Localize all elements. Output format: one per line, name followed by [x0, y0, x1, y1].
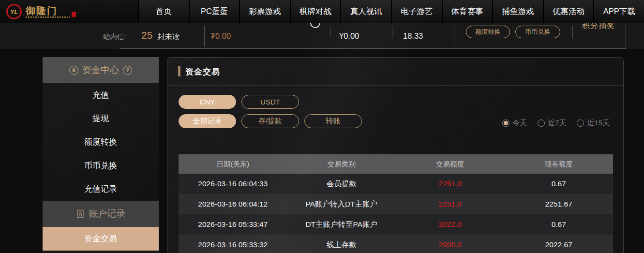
row-1-cell-4: 0.67: [505, 174, 614, 194]
nav-menu: 首页PC蛋蛋彩票游戏棋牌对战真人视讯电子游艺体育赛事捕鱼游戏优惠活动APP下载: [138, 0, 644, 23]
nav-item-1[interactable]: 首页: [138, 0, 189, 23]
title-accent-bar: [178, 66, 180, 76]
radio-dot: [504, 121, 508, 125]
brand-emblem-icon: YL: [6, 4, 22, 19]
divider: [454, 26, 454, 45]
row-1-cell-2: 会员提款: [287, 174, 396, 194]
radio-label: 近7天: [548, 119, 566, 128]
radio-circle-icon: [577, 119, 584, 127]
nav-item-10[interactable]: APP下载: [593, 0, 644, 23]
table-header-row: 日期(美东)交易类别交易额度现有额度: [179, 154, 613, 174]
table-row[interactable]: 2026-03-16 05:33:47DT主账户转至PA账户2022.00.67: [179, 214, 613, 235]
radio-label: 今天: [512, 119, 527, 128]
divider: [330, 26, 330, 38]
sidebar-item-funds-5[interactable]: 充值记录: [43, 177, 159, 201]
sidebar-item-funds-1[interactable]: 充值: [43, 83, 159, 107]
nav-item-2[interactable]: PC蛋蛋: [189, 0, 240, 23]
currency-tab-usdt[interactable]: USDT: [241, 95, 299, 109]
table-row[interactable]: 2026-03-16 06:04:33会员提款2251.00.67: [179, 174, 613, 194]
brand-seal-icon: [72, 12, 76, 17]
quota-transfer-button[interactable]: 额度转换: [466, 26, 510, 38]
funds-menu: 充值提现额度转换币币兑换充值记录: [43, 83, 159, 201]
row-2-cell-2: PA账户转入DT主账户: [287, 194, 396, 214]
header-cell-1: 日期(美东): [179, 154, 287, 174]
currency-tab-cny[interactable]: CNY: [179, 95, 236, 109]
sidebar-item-account-1[interactable]: 资金交易: [43, 227, 159, 251]
usdt-balance: ₮0.00: [210, 31, 231, 41]
row-2-cell-3: 2251.0: [396, 194, 505, 214]
row-3-cell-4: 0.67: [505, 214, 614, 235]
funds-transactions-panel: 资金交易 CNYUSDT 全部记录存/提款转账 今天近7天近15天 日期(美东)…: [167, 57, 624, 253]
header-cell-2: 交易类别: [287, 154, 396, 174]
page-title: 资金交易: [185, 66, 220, 77]
sidebar-header-account-records[interactable]: 账户记录: [43, 201, 159, 227]
nav-item-7[interactable]: 体育赛事: [442, 0, 493, 23]
row-1-cell-3: 2251.0: [396, 174, 505, 194]
radio-circle-icon: [538, 119, 545, 127]
row-4-cell-4: 2022.67: [505, 235, 614, 253]
header-cell-4: 现有额度: [505, 154, 614, 174]
coin-exchange-button[interactable]: 币币兑换: [515, 26, 560, 38]
user-balance-strip: 站内信: 25 封未读 ₮0.00 ¥0.00 18.33 额度转换 币币兑换 …: [0, 23, 644, 49]
help-icon[interactable]: ?: [123, 66, 132, 75]
record-tab-3[interactable]: 转账: [304, 114, 362, 128]
radio-circle-icon: [502, 119, 509, 127]
table-row[interactable]: 2026-03-16 06:04:12PA账户转入DT主账户2251.02251…: [179, 194, 613, 214]
strip-right-border: [626, 23, 626, 49]
record-tab-1[interactable]: 全部记录: [179, 114, 236, 128]
header-cell-3: 交易额度: [396, 154, 505, 174]
row-2-cell-1: 2026-03-16 06:04:12: [179, 194, 287, 214]
row-3-cell-2: DT主账户转至PA账户: [287, 214, 396, 235]
funds-header-label: 资金中心: [82, 64, 119, 76]
divider: [572, 26, 573, 39]
sidebar-header-funds-center[interactable]: ¥ 资金中心 ?: [43, 57, 159, 83]
record-tab-2[interactable]: 存/提款: [241, 114, 299, 128]
nav-item-9[interactable]: 优惠活动: [543, 0, 594, 23]
nav-item-8[interactable]: 捕鱼游戏: [492, 0, 543, 23]
sidebar-item-funds-4[interactable]: 币币兑换: [43, 154, 159, 178]
row-4-cell-1: 2026-03-16 05:33:32: [179, 235, 287, 253]
date-range-radio-1[interactable]: 今天: [502, 119, 527, 128]
date-range-radio-3[interactable]: 近15天: [577, 119, 610, 128]
nav-item-4[interactable]: 棋牌对战: [290, 0, 341, 23]
row-2-cell-4: 2251.67: [505, 194, 614, 214]
nav-item-6[interactable]: 电子游艺: [391, 0, 442, 23]
account-menu: 资金交易: [43, 227, 159, 251]
divider: [204, 26, 205, 47]
nav-item-3[interactable]: 彩票游戏: [239, 0, 290, 23]
row-1-cell-1: 2026-03-16 06:04:33: [179, 174, 287, 194]
brand-name: 御隆门: [26, 6, 70, 15]
yuan-exchange-icon: ¥: [69, 66, 78, 75]
row-4-cell-2: 线上存款: [287, 235, 396, 253]
inbox-unread-label: 封未读: [157, 32, 180, 42]
sidebar: ¥ 资金中心 ? 充值提现额度转换币币兑换充值记录 账户记录 资金交易: [43, 57, 159, 253]
inbox-label: 站内信:: [103, 32, 126, 42]
table-row[interactable]: 2026-03-16 05:33:32线上存款2000.02022.67: [179, 235, 613, 253]
inbox-unread-count[interactable]: 25: [141, 30, 152, 41]
row-3-cell-1: 2026-03-16 05:33:47: [179, 214, 287, 235]
brand-tagline: [26, 16, 70, 18]
radio-label: 近15天: [587, 119, 610, 128]
transactions-table: 日期(美东)交易类别交易额度现有额度 2026-03-16 06:04:33会员…: [179, 154, 613, 253]
cny-balance: ¥0.00: [339, 31, 359, 41]
date-range-radios: 今天近7天近15天: [502, 119, 610, 128]
strip-bottom-border: [120, 48, 626, 49]
sidebar-item-funds-2[interactable]: 提现: [43, 107, 159, 131]
sidebar-next-item-stub: [43, 251, 159, 253]
account-header-label: 账户记录: [89, 208, 125, 220]
points-balance: 18.33: [403, 31, 423, 41]
date-range-radio-2[interactable]: 近7天: [538, 119, 566, 128]
top-navigation: YL 御隆门 首页PC蛋蛋彩票游戏棋牌对战真人视讯电子游艺体育赛事捕鱼游戏优惠活…: [0, 0, 644, 23]
divider: [392, 26, 392, 38]
sidebar-item-funds-3[interactable]: 额度转换: [43, 130, 159, 154]
row-3-cell-3: 2022.0: [396, 214, 505, 235]
row-4-cell-3: 2000.0: [396, 235, 505, 253]
table-body: 2026-03-16 06:04:33会员提款2251.00.672026-03…: [179, 174, 613, 253]
brand-logo[interactable]: YL 御隆门: [0, 0, 138, 23]
ledger-icon: [76, 209, 85, 218]
nav-item-5[interactable]: 真人视讯: [340, 0, 391, 23]
